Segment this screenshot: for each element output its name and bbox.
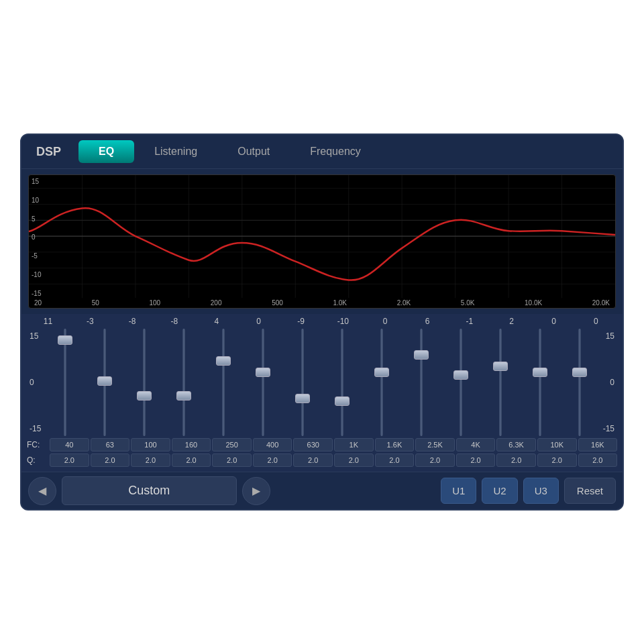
db-label-5: 5 xyxy=(32,215,41,223)
slider-track-2[interactable] xyxy=(143,329,146,436)
q-btn-1[interactable]: 2.0 xyxy=(91,453,130,467)
slider-thumb-1[interactable] xyxy=(97,376,112,386)
fc-btn-3[interactable]: 160 xyxy=(172,438,211,451)
q-btn-8[interactable]: 2.0 xyxy=(375,453,415,467)
u3-button[interactable]: U3 xyxy=(523,478,559,504)
slider-thumb-13[interactable] xyxy=(572,368,587,377)
slider-track-6[interactable] xyxy=(301,329,304,436)
q-btn-5[interactable]: 2.0 xyxy=(253,453,292,467)
tab-listening[interactable]: Listening xyxy=(134,140,217,163)
slider-col-7[interactable] xyxy=(323,329,361,436)
fc-btn-6[interactable]: 630 xyxy=(293,438,333,451)
fc-btn-5[interactable]: 400 xyxy=(253,438,292,451)
q-btn-6[interactable]: 2.0 xyxy=(293,453,333,467)
slider-col-6[interactable] xyxy=(283,329,321,436)
slider-thumb-0[interactable] xyxy=(58,335,72,345)
slider-value-8: 0 xyxy=(366,317,404,326)
fc-btn-0[interactable]: 40 xyxy=(50,438,89,451)
fc-btn-13[interactable]: 16K xyxy=(578,438,618,451)
slider-track-10[interactable] xyxy=(460,329,462,436)
slider-track-3[interactable] xyxy=(182,329,185,436)
fc-row: FC: 40631001602504006301K1.6K2.5K4K6.3K1… xyxy=(27,438,617,451)
slider-col-4[interactable] xyxy=(204,329,242,436)
slider-col-5[interactable] xyxy=(244,329,282,436)
fc-btn-9[interactable]: 2.5K xyxy=(415,438,455,451)
slider-col-1[interactable] xyxy=(85,329,123,436)
slider-track-7[interactable] xyxy=(341,329,343,436)
q-btn-7[interactable]: 2.0 xyxy=(334,453,374,467)
tab-output[interactable]: Output xyxy=(217,140,290,163)
q-btn-10[interactable]: 2.0 xyxy=(456,453,496,467)
slider-track-8[interactable] xyxy=(380,329,383,436)
slider-thumb-11[interactable] xyxy=(493,362,508,371)
slider-thumb-12[interactable] xyxy=(533,368,547,377)
slider-track-11[interactable] xyxy=(499,329,502,436)
slider-track-12[interactable] xyxy=(539,329,541,436)
slider-track-0[interactable] xyxy=(64,329,66,436)
q-btn-0[interactable]: 2.0 xyxy=(50,453,89,467)
slider-col-13[interactable] xyxy=(560,329,598,436)
bottom-row: ◀ Custom ▶ U1 U2 U3 Reset xyxy=(21,472,623,509)
slider-track-5[interactable] xyxy=(262,329,264,436)
slider-thumb-2[interactable] xyxy=(137,391,152,400)
slider-col-12[interactable] xyxy=(521,329,559,436)
slider-track-1[interactable] xyxy=(103,329,106,436)
q-btn-12[interactable]: 2.0 xyxy=(537,453,577,467)
slider-col-8[interactable] xyxy=(362,329,400,436)
slider-track-9[interactable] xyxy=(420,329,423,436)
q-btn-3[interactable]: 2.0 xyxy=(172,453,211,467)
slider-line-2 xyxy=(144,329,144,436)
fc-btn-2[interactable]: 100 xyxy=(131,438,170,451)
fc-label: FC: xyxy=(27,440,48,449)
slider-thumb-4[interactable] xyxy=(216,356,231,366)
slider-value-0: 11 xyxy=(29,317,66,326)
u1-button[interactable]: U1 xyxy=(441,478,476,504)
fc-btn-1[interactable]: 63 xyxy=(91,438,130,451)
slider-line-4 xyxy=(223,329,223,436)
q-btn-11[interactable]: 2.0 xyxy=(496,453,536,467)
slider-value-5: 0 xyxy=(240,317,278,326)
slider-thumb-7[interactable] xyxy=(335,396,350,406)
fc-btn-11[interactable]: 6.3K xyxy=(496,438,536,451)
scale-left: 15 0 -15 xyxy=(27,329,46,436)
sliders-row: 15 0 -15 15 0 -15 xyxy=(27,329,617,436)
u2-button[interactable]: U2 xyxy=(482,478,517,504)
next-button[interactable]: ▶ xyxy=(242,477,270,505)
sliders-inner xyxy=(46,329,598,436)
app-container: DSP EQ Listening Output Frequency xyxy=(20,133,624,511)
fc-btn-8[interactable]: 1.6K xyxy=(375,438,415,451)
slider-thumb-8[interactable] xyxy=(374,368,389,377)
slider-value-10: -1 xyxy=(451,317,488,326)
reset-button[interactable]: Reset xyxy=(564,478,616,504)
slider-col-9[interactable] xyxy=(402,329,440,436)
slider-thumb-10[interactable] xyxy=(453,370,468,380)
db-label-0: 0 xyxy=(32,233,41,241)
slider-thumb-9[interactable] xyxy=(414,350,429,360)
q-btn-13[interactable]: 2.0 xyxy=(578,453,618,467)
tab-eq[interactable]: EQ xyxy=(78,140,134,163)
slider-line-5 xyxy=(262,329,263,436)
slider-thumb-5[interactable] xyxy=(256,368,270,377)
q-btn-9[interactable]: 2.0 xyxy=(415,453,455,467)
slider-track-13[interactable] xyxy=(578,329,581,436)
prev-button[interactable]: ◀ xyxy=(28,477,56,505)
fc-btn-4[interactable]: 250 xyxy=(212,438,252,451)
slider-value-6: -9 xyxy=(282,317,319,326)
slider-thumb-3[interactable] xyxy=(176,391,191,400)
slider-col-11[interactable] xyxy=(481,329,519,436)
q-btn-4[interactable]: 2.0 xyxy=(212,453,252,467)
slider-col-2[interactable] xyxy=(125,329,163,436)
slider-col-0[interactable] xyxy=(46,329,84,436)
fc-btn-12[interactable]: 10K xyxy=(537,438,577,451)
eq-chart[interactable]: 15 10 5 0 -5 -10 -15 20 50 100 200 500 1… xyxy=(28,174,616,309)
slider-value-12: 0 xyxy=(535,317,573,326)
slider-track-4[interactable] xyxy=(222,329,225,436)
tab-frequency[interactable]: Frequency xyxy=(290,140,381,163)
fc-btn-10[interactable]: 4K xyxy=(456,438,496,451)
slider-thumb-6[interactable] xyxy=(295,394,310,403)
slider-value-3: -8 xyxy=(156,317,193,326)
slider-col-10[interactable] xyxy=(441,329,480,436)
q-btn-2[interactable]: 2.0 xyxy=(131,453,170,467)
slider-col-3[interactable] xyxy=(164,329,203,436)
fc-btn-7[interactable]: 1K xyxy=(334,438,374,451)
